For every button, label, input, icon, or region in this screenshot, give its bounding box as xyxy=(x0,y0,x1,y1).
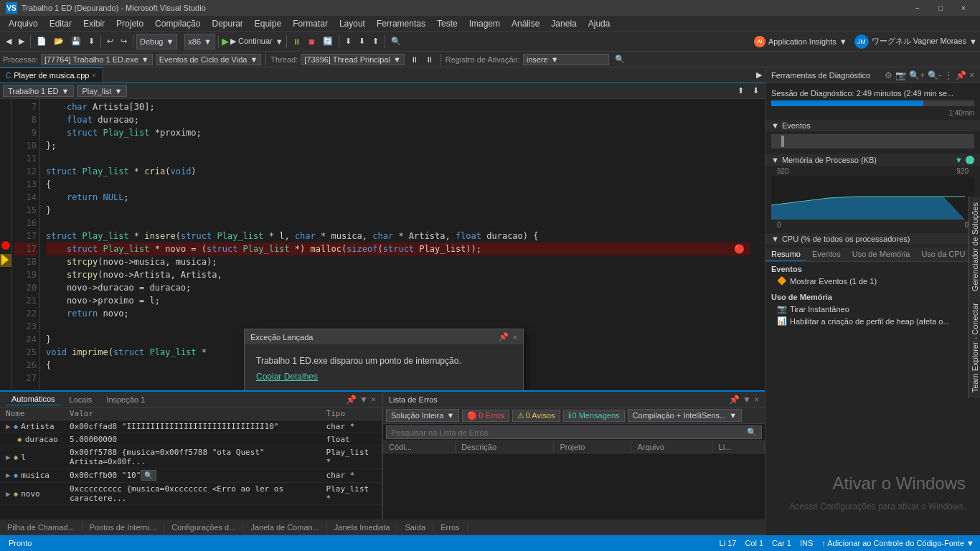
breakpoints-tab[interactable]: Pontos de Interru... xyxy=(83,522,165,533)
step-over-button[interactable]: ⬇ xyxy=(342,34,354,50)
status-ins[interactable]: INS xyxy=(800,539,813,547)
close-button[interactable]: × xyxy=(953,0,974,16)
diag-tab-eventos[interactable]: Eventos xyxy=(806,248,847,261)
errors-tab[interactable]: Erros xyxy=(433,522,467,533)
tab-close-button[interactable]: × xyxy=(92,72,95,79)
menu-ajuda[interactable]: Ajuda xyxy=(583,17,616,30)
status-action[interactable]: ↑ Adicionar ao Controle do Código-Fonte … xyxy=(821,539,974,547)
popup-close-button[interactable]: × xyxy=(513,333,517,342)
method-context-dropdown[interactable]: Play_list ▼ xyxy=(77,85,127,97)
open-button[interactable]: 📂 xyxy=(51,34,67,50)
code-toolbar-btn2[interactable]: ⬇ xyxy=(750,83,762,99)
show-events-action[interactable]: 🔶 Mostrar Eventos (1 de 1) xyxy=(771,275,974,287)
locals-tab[interactable]: Locais xyxy=(64,394,98,405)
menu-arquivo[interactable]: Arquivo xyxy=(3,17,44,30)
popup-pin-button[interactable]: 📌 xyxy=(499,332,509,342)
step-out-button[interactable]: ⬆ xyxy=(369,34,382,50)
settings-tab[interactable]: Configurações d... xyxy=(164,522,243,533)
errors-dropdown-icon[interactable]: ▼ xyxy=(743,395,751,405)
diag-zoom-in-icon[interactable]: 🔍+ xyxy=(909,70,925,80)
immediate-tab[interactable]: Janela Imediata xyxy=(327,522,398,533)
menu-layout[interactable]: Layout xyxy=(334,17,371,30)
events-dropdown[interactable]: Eventos de Ciclo de Vida ▼ xyxy=(156,54,262,65)
code-toolbar-btn1[interactable]: ⬆ xyxy=(735,83,747,99)
search-button[interactable]: 🔍 xyxy=(388,34,404,50)
undo-button[interactable]: ↩ xyxy=(104,34,116,50)
warnings-count-badge[interactable]: ⚠ 0 Avisos xyxy=(512,410,560,422)
menu-formatar[interactable]: Formatar xyxy=(287,17,334,30)
errors-count-badge[interactable]: 🔴 0 Erros xyxy=(462,410,509,422)
code-editor[interactable]: 7891011 1213141516 1717181920 2122232425… xyxy=(0,99,765,390)
menu-depurar[interactable]: Depurar xyxy=(206,17,248,30)
search-field[interactable] xyxy=(391,428,747,437)
menu-teste[interactable]: Teste xyxy=(431,17,463,30)
diag-more-icon[interactable]: ⋮ xyxy=(944,70,953,80)
continue-button[interactable]: ▶ xyxy=(222,36,229,47)
menu-compilacao[interactable]: Compilação xyxy=(149,17,206,30)
output-tab[interactable]: Saída xyxy=(397,522,433,533)
callstack-tab[interactable]: Pilha de Chamad... xyxy=(0,522,83,533)
errors-pin-icon[interactable]: 📌 xyxy=(729,395,740,405)
forward-button[interactable]: ▶ xyxy=(16,34,27,50)
events-section-header[interactable]: ▼ Eventos xyxy=(765,120,980,131)
diag-zoom-out-icon[interactable]: 🔍- xyxy=(928,70,941,80)
enable-heap-action[interactable]: 📊 Habilitar a criação de perfil de heap … xyxy=(771,315,974,327)
restart-button[interactable]: 🔄 xyxy=(320,34,336,50)
editor-scrollbar[interactable] xyxy=(756,99,765,390)
build-filter-dropdown[interactable]: Compilação + IntelliSens... ▼ xyxy=(628,409,742,422)
messages-count-badge[interactable]: ℹ 0 Mensagens xyxy=(563,410,625,422)
menu-janela[interactable]: Janela xyxy=(545,17,582,30)
menu-analise[interactable]: Análise xyxy=(506,17,545,30)
auto-tab[interactable]: Automáticos xyxy=(6,393,61,405)
status-col[interactable]: Col 1 xyxy=(745,539,763,547)
inspection-tab[interactable]: Inspeção 1 xyxy=(100,394,151,405)
diag-tab-resumo[interactable]: Resumo xyxy=(765,248,806,261)
diag-tab-memory[interactable]: Uso de Memória xyxy=(847,248,916,261)
menu-equipe[interactable]: Equipe xyxy=(249,17,287,30)
diag-pin-icon[interactable]: 📌 xyxy=(956,70,966,80)
memory-section-header[interactable]: ▼ Memória de Processo (KB) ▼ xyxy=(765,154,980,166)
continue-label[interactable]: ▶ Continuar xyxy=(230,37,273,46)
menu-editar[interactable]: Editar xyxy=(44,17,77,30)
diag-settings-icon[interactable]: ⚙ xyxy=(885,70,892,80)
user-info[interactable]: JM ワーグネル Vagner Moraes ▼ xyxy=(854,34,977,49)
thread-nav-btn[interactable]: ⏸ xyxy=(407,52,421,67)
copy-details-link[interactable]: Copiar Detalhes xyxy=(256,372,512,382)
step-into-button[interactable]: ⬇ xyxy=(356,34,368,50)
stop-button[interactable]: ⏹ xyxy=(305,34,319,50)
continue-dropdown[interactable]: ▼ xyxy=(275,37,283,46)
tab-scroll-right[interactable]: ▶ xyxy=(753,67,765,83)
table-row[interactable]: ▶◆novo 0xccccccccc {musica=0xccccccc <Er… xyxy=(0,483,382,505)
minimize-button[interactable]: − xyxy=(907,0,928,16)
register-dropdown[interactable]: insere ▼ xyxy=(523,54,609,65)
diag-tab-cpu[interactable]: Uso da CPU xyxy=(915,248,971,261)
table-row[interactable]: ◆duracao 5.00000000 float xyxy=(0,433,382,446)
menu-imagem[interactable]: Imagem xyxy=(463,17,506,30)
debug-config-dropdown[interactable]: Debug ▼ xyxy=(136,34,177,50)
solution-filter-dropdown[interactable]: Solução Inteira ▼ xyxy=(386,409,459,422)
menu-projeto[interactable]: Projeto xyxy=(110,17,149,30)
solution-explorer-side-tab[interactable]: Gerenciador de Soluções Team Explorer - … xyxy=(969,197,980,398)
save-all-button[interactable]: ⬇ xyxy=(85,34,98,50)
pause-button[interactable]: ⏸ xyxy=(290,34,303,50)
panel-close-icon[interactable]: × xyxy=(371,395,376,405)
thread-nav-btn2[interactable]: ⏸ xyxy=(423,52,436,67)
solution-label[interactable]: Gerenciador de Soluções xyxy=(969,197,981,297)
diag-close-icon[interactable]: × xyxy=(969,70,974,80)
maximize-button[interactable]: □ xyxy=(930,0,951,16)
table-row[interactable]: ▶◆Artista 0x00cffad8 "IIIIIIIIIIIIIIIIII… xyxy=(0,420,382,433)
errors-search-input[interactable]: 🔍 xyxy=(386,425,762,439)
menu-exibir[interactable]: Exibir xyxy=(77,17,110,30)
diag-camera-icon[interactable]: 📷 xyxy=(895,70,906,80)
memory-options-icon[interactable]: ▼ xyxy=(955,156,963,164)
new-project-button[interactable]: 📄 xyxy=(34,34,50,50)
back-button[interactable]: ◀ xyxy=(3,34,14,50)
menu-ferramentas[interactable]: Ferramentas xyxy=(371,17,431,30)
status-pronto[interactable]: Pronto xyxy=(6,539,34,547)
status-line[interactable]: Li 17 xyxy=(720,539,737,547)
errors-close-icon[interactable]: × xyxy=(754,395,759,405)
table-row[interactable]: ▶◆musica 0x00cffb00 "10"🔍 char * xyxy=(0,468,382,483)
panel-dropdown-icon[interactable]: ▼ xyxy=(359,395,368,405)
class-context-dropdown[interactable]: Trabalho 1 ED ▼ xyxy=(3,85,74,97)
value-search[interactable]: 🔍 xyxy=(141,470,156,481)
